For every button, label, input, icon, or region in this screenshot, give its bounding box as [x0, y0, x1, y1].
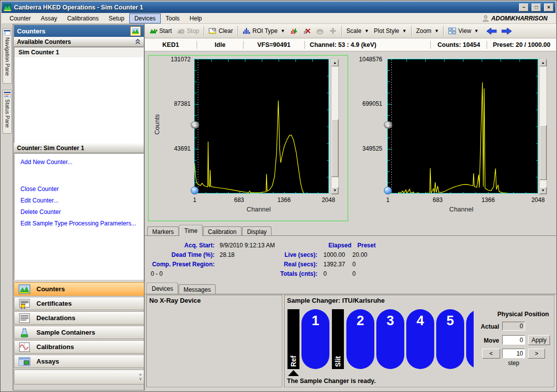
tab-messages[interactable]: Messages	[179, 284, 216, 294]
y-tick-label: 1048576	[350, 56, 382, 63]
marker-channel-handle[interactable]	[191, 187, 199, 195]
elapsed-header: Elapsed	[322, 242, 357, 249]
zoom-dropdown[interactable]: Zoom▼	[414, 26, 442, 36]
slot-5[interactable]: 5	[436, 309, 464, 369]
spectrum-plot[interactable]	[387, 59, 538, 194]
collapse-chevron-icon[interactable]	[135, 39, 141, 45]
dropdown-arrow-icon: ▼	[473, 28, 479, 33]
list-item-sim-counter-1[interactable]: Sim Counter 1	[14, 47, 143, 57]
nav-button-assays[interactable]: Assays	[14, 355, 144, 368]
counters-header-icon[interactable]	[130, 26, 141, 36]
slot-2[interactable]: 2	[346, 309, 374, 369]
stop-button[interactable]: Stop	[174, 25, 202, 36]
vertical-scale-scrollbar[interactable]: ▲ ▼	[331, 59, 339, 195]
dropdown-arrow-icon: ▼	[433, 28, 439, 33]
ked-spectrum-chart[interactable]: 131072 87381 43691 Counts ◂▸ ▲ ▼ 1 683 1…	[148, 55, 348, 221]
apply-button[interactable]: Apply	[528, 335, 550, 345]
assays-icon	[18, 357, 30, 367]
menu-counter[interactable]: Counter	[4, 13, 36, 23]
view-icon	[448, 27, 456, 35]
slot-ref[interactable]: Ref	[287, 309, 299, 369]
tab-display[interactable]: Display	[242, 226, 272, 236]
sidebar-header: Counters	[14, 25, 144, 37]
roi-delete-button[interactable]	[300, 25, 313, 36]
acq-start-label: Acq. Start:	[145, 242, 215, 249]
clear-icon	[209, 27, 217, 35]
tab-time[interactable]: Time	[179, 225, 202, 236]
counter-section-header: Counter: Sim Counter 1	[14, 143, 144, 153]
overflow-down-icon[interactable]: ˅	[139, 377, 142, 382]
spectrum-toolbar: Start Stop Clear	[145, 24, 556, 38]
info-tabs: Markers Time Calibration Display	[147, 225, 272, 236]
sidebar: Counters Available Counters Sim Counter …	[13, 24, 144, 391]
nav-button-certificates[interactable]: Certificates	[14, 297, 144, 310]
scale-dropdown[interactable]: Scale▼	[344, 26, 371, 36]
menu-tools[interactable]: Tools	[161, 13, 185, 23]
roi-type-dropdown[interactable]: ROI Type▼	[240, 25, 287, 36]
nav-button-counters[interactable]: Counters	[14, 282, 144, 296]
scrollbar-thumb[interactable]	[331, 119, 338, 177]
tab-calibration[interactable]: Calibration	[203, 226, 242, 236]
move-position-field[interactable]	[502, 335, 525, 345]
nav-button-sample-containers[interactable]: Sample Containers	[14, 326, 144, 339]
link-close-counter[interactable]: Close Counter	[14, 186, 143, 193]
tra-spectrum-chart[interactable]: 1048576 699051 349525 ◂▸ ▲ ▼ 1 683 1366 …	[349, 55, 554, 221]
clear-button[interactable]: Clear	[206, 25, 236, 36]
link-edit-sample-type-params[interactable]: Edit Sample Type Processing Parameters..…	[14, 220, 143, 227]
step-size-field[interactable]	[502, 349, 525, 358]
slot-4[interactable]: 4	[406, 309, 434, 369]
dropdown-arrow-icon: ▼	[363, 28, 369, 33]
slot-1[interactable]: 1	[301, 309, 329, 369]
plot-style-dropdown[interactable]: Plot Style▼	[371, 26, 409, 36]
start-button[interactable]: Start	[147, 25, 174, 36]
marker-channel-handle[interactable]	[384, 187, 392, 195]
scroll-down-icon[interactable]: ▼	[331, 187, 338, 194]
status-detector: KED1	[145, 41, 197, 48]
y-tick-label: 131072	[159, 56, 191, 63]
menu-setup[interactable]: Setup	[104, 13, 129, 23]
scroll-up-icon[interactable]: ▲	[331, 59, 338, 66]
tab-status-pane[interactable]: Status Pane	[2, 90, 12, 134]
view-dropdown[interactable]: View▼	[446, 25, 481, 36]
arrow-right-icon	[502, 28, 512, 34]
link-edit-counter[interactable]: Edit Counter...	[14, 197, 143, 204]
tab-navigation-pane[interactable]: Navigation Pane	[2, 28, 12, 84]
slot-slit[interactable]: Slit	[332, 309, 344, 369]
step-back-button[interactable]: <	[482, 349, 500, 359]
scrollbar-thumb[interactable]	[540, 125, 547, 180]
comp-preset-value: 0 - 0	[145, 270, 215, 277]
link-delete-counter[interactable]: Delete Counter	[14, 208, 143, 215]
marker-horizontal-handle[interactable]: ◂▸	[191, 121, 199, 129]
tab-markers[interactable]: Markers	[147, 226, 179, 236]
spectrum-plot[interactable]	[194, 59, 329, 194]
link-add-new-counter[interactable]: Add New Counter...	[14, 159, 143, 166]
totals-label: Totals (cnts):	[265, 270, 317, 277]
slot-3[interactable]: 3	[376, 309, 404, 369]
scroll-up-icon[interactable]: ▲	[540, 59, 547, 66]
menu-calibrations[interactable]: Calibrations	[62, 13, 103, 23]
close-button[interactable]: ×	[544, 3, 554, 11]
sample-changer-box: Sample Changer: ITU/Karlsruhe Ref 1 Slit…	[284, 295, 555, 388]
menu-assay[interactable]: Assay	[36, 13, 62, 23]
roi-add-button[interactable]	[287, 25, 300, 36]
roi-next-button[interactable]	[326, 25, 339, 36]
step-forward-button[interactable]: >	[528, 349, 545, 359]
acquisition-info-panel: Markers Time Calibration Display Acq. St…	[145, 223, 556, 282]
minimize-button[interactable]: –	[519, 3, 529, 11]
nav-button-declarations[interactable]: Declarations	[14, 311, 144, 325]
scroll-down-icon[interactable]: ▼	[540, 187, 547, 194]
marker-horizontal-handle[interactable]: ◂▸	[384, 121, 392, 129]
nav-button-calibrations[interactable]: Calibrations	[14, 340, 144, 354]
live-preset: 20.00	[352, 251, 387, 258]
maximize-button[interactable]: □	[532, 3, 541, 11]
physical-position-title: Physical Position	[479, 311, 549, 318]
previous-view-button[interactable]	[484, 26, 499, 36]
tab-devices[interactable]: Devices	[147, 283, 178, 294]
y-tick-label: 43691	[159, 145, 191, 152]
vertical-scale-scrollbar[interactable]: ▲ ▼	[539, 59, 547, 195]
roi-prev-button[interactable]	[313, 25, 326, 36]
menu-help[interactable]: Help	[185, 13, 207, 23]
app-window: Canberra HKED Operations - Sim Counter 1…	[0, 0, 557, 392]
menu-devices[interactable]: Devices	[129, 13, 161, 23]
next-view-button[interactable]	[499, 26, 514, 36]
